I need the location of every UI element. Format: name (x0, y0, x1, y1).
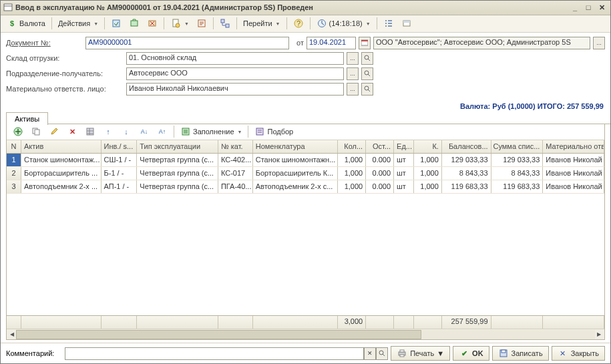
edit-row-button[interactable] (45, 124, 63, 139)
help-button[interactable]: ? (290, 16, 307, 31)
currency-button[interactable]: $ Валюта (3, 16, 49, 31)
comment-input[interactable] (65, 347, 364, 360)
new-from-button[interactable]: ▼ (167, 16, 192, 31)
cell-cat[interactable]: КС-017 (218, 167, 253, 180)
cell-inv[interactable]: АП-1 / - (101, 180, 138, 193)
post-button[interactable] (126, 16, 143, 31)
cell-cat[interactable]: ПГА-40... (218, 180, 253, 193)
cell-nom[interactable]: Автоподъемник 2-х с... (253, 180, 339, 193)
document-number-label[interactable]: Документ №: (6, 39, 83, 47)
cell-qty[interactable]: 1,000 (338, 180, 366, 193)
col-sum[interactable]: Сумма спис... (491, 140, 544, 153)
structure-button[interactable] (216, 16, 234, 31)
cell-qty[interactable]: 1,000 (338, 154, 366, 166)
cell-sum[interactable]: 8 843,33 (491, 167, 544, 180)
cell-bal[interactable]: 119 683,33 (442, 180, 491, 193)
cell-n[interactable]: 2 (7, 167, 21, 180)
cell-ost[interactable]: 0.000 (366, 167, 394, 180)
cell-asset[interactable]: Автоподъемник 2-х ... (21, 180, 101, 193)
col-qty[interactable]: Кол... (338, 140, 366, 153)
delete-row-button[interactable]: ✕ (63, 124, 81, 139)
actions-button[interactable]: Действия ▼ (55, 16, 101, 31)
cell-asset[interactable]: Борторасширитель ... (21, 167, 101, 180)
table-row[interactable]: 3 Автоподъемник 2-х ... АП-1 / - Четверт… (7, 180, 604, 194)
scroll-thumb[interactable] (16, 330, 421, 339)
col-bal[interactable]: Балансов... (442, 140, 491, 153)
cell-ed[interactable]: шт (394, 180, 414, 193)
cell-k[interactable]: 1,000 (414, 180, 442, 193)
unpost-button[interactable] (144, 16, 161, 31)
cell-resp[interactable]: Иванов Николай ... (543, 180, 604, 193)
table-row[interactable]: 2 Борторасширитель ... Б-1 / - Четвертая… (7, 167, 604, 180)
cell-type[interactable]: Четвертая группа (с... (137, 154, 218, 166)
cell-ed[interactable]: шт (394, 154, 414, 166)
close-button[interactable]: ✕ Закрыть (552, 346, 605, 361)
cell-qty[interactable]: 1,000 (338, 167, 366, 180)
add-row-button[interactable] (9, 124, 27, 139)
move-up-button[interactable]: ↑ (99, 124, 117, 139)
time-button[interactable]: (14:18:18) ▼ (313, 16, 374, 31)
goto-button[interactable]: Перейти ▼ (240, 16, 284, 31)
cell-n[interactable]: 1 (7, 154, 21, 166)
col-cat[interactable]: № кат. (218, 140, 253, 153)
col-k[interactable]: К. (414, 140, 442, 153)
scroll-left-icon[interactable]: ◀ (7, 330, 17, 339)
responsible-select-button[interactable]: ... (347, 83, 359, 96)
col-nom[interactable]: Номенклатура (253, 140, 339, 153)
division-select-button[interactable]: ... (347, 67, 359, 80)
move-down-button[interactable]: ↓ (118, 124, 135, 139)
sort-desc-button[interactable]: A↑ (154, 124, 171, 139)
document-date-input[interactable]: 19.04.2021 (307, 37, 356, 49)
cell-ost[interactable]: 0.000 (366, 154, 394, 166)
col-asset[interactable]: Актив (21, 140, 101, 153)
division-open-button[interactable] (361, 67, 373, 80)
settings-button[interactable] (380, 16, 397, 31)
cell-bal[interactable]: 129 033,33 (442, 154, 491, 166)
col-n[interactable]: N (7, 140, 21, 153)
company-select-button[interactable]: ... (593, 37, 605, 49)
responsible-input[interactable]: Иванов Николай Николаевич (126, 83, 344, 96)
cell-type[interactable]: Четвертая группа (с... (137, 180, 218, 193)
horizontal-scrollbar[interactable]: ◀ ▶ (7, 329, 604, 339)
cell-resp[interactable]: Иванов Николай ... (543, 154, 604, 166)
cell-n[interactable]: 3 (7, 180, 21, 193)
cell-k[interactable]: 1,000 (414, 154, 442, 166)
ok-button[interactable]: ✔ OK (453, 346, 489, 361)
copy-row-button[interactable] (27, 124, 45, 139)
document-number-input[interactable]: АМ90000001 (85, 37, 289, 49)
responsible-open-button[interactable] (361, 83, 373, 96)
fill-button[interactable]: Заполнение ▼ (177, 124, 245, 139)
grid-body[interactable]: 1 Станок шиномонтаж... СШ-1 / - Четверта… (7, 154, 604, 315)
print-button[interactable]: Печать ▼ (391, 346, 450, 361)
tab-assets[interactable]: Активы (6, 112, 48, 125)
cell-nom[interactable]: Борторасширитель К... (253, 167, 339, 180)
cell-sum[interactable]: 129 033,33 (491, 154, 544, 166)
date-picker-button[interactable] (359, 37, 371, 49)
cell-inv[interactable]: СШ-1 / - (101, 154, 138, 166)
refresh-button[interactable] (108, 16, 125, 31)
cell-asset[interactable]: Станок шиномонтаж... (21, 154, 101, 166)
maximize-button[interactable]: □ (582, 2, 594, 13)
toggle-button[interactable] (81, 124, 99, 139)
col-resp[interactable]: Материально отв... (543, 140, 604, 153)
cell-ost[interactable]: 0.000 (366, 180, 394, 193)
cell-inv[interactable]: Б-1 / - (101, 167, 138, 180)
select-button[interactable]: Подбор (251, 124, 296, 139)
col-ed[interactable]: Ед... (394, 140, 414, 153)
comment-open-button[interactable] (376, 347, 388, 360)
cell-type[interactable]: Четвертая группа (с... (137, 167, 218, 180)
warehouse-select-button[interactable]: ... (347, 52, 359, 65)
table-row[interactable]: 1 Станок шиномонтаж... СШ-1 / - Четверта… (7, 154, 604, 167)
scroll-right-icon[interactable]: ▶ (594, 330, 604, 339)
cell-resp[interactable]: Иванов Николай ... (543, 167, 604, 180)
report-button[interactable] (193, 16, 210, 31)
sort-asc-button[interactable]: A↓ (136, 124, 153, 139)
save-button[interactable]: Записать (492, 346, 549, 361)
cell-sum[interactable]: 119 683,33 (491, 180, 544, 193)
cell-ed[interactable]: шт (394, 167, 414, 180)
col-ost[interactable]: Ост... (366, 140, 394, 153)
division-input[interactable]: Автосервис ООО (126, 67, 344, 80)
warehouse-input[interactable]: 01. Основной склад (126, 52, 344, 65)
warehouse-open-button[interactable] (361, 52, 373, 65)
cell-nom[interactable]: Станок шиномонтажн... (253, 154, 339, 166)
